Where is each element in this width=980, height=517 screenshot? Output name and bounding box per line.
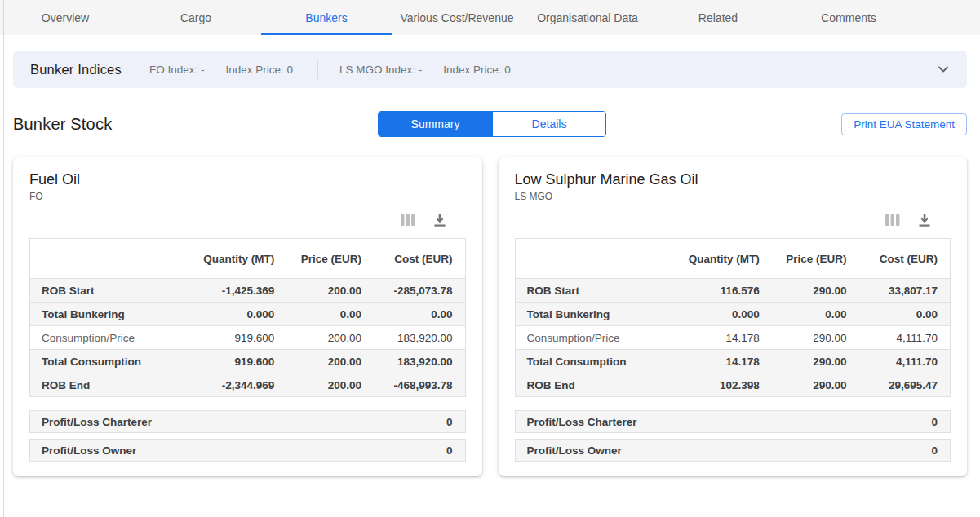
pl-label: Profit/Loss Owner	[527, 444, 622, 457]
row-qty: 116.576	[663, 279, 771, 303]
view-toggle: Summary Details	[378, 111, 606, 137]
row-cost: 0.00	[858, 303, 950, 326]
row-price: 290.00	[772, 279, 859, 303]
row-label: Consumption/Price	[515, 326, 663, 350]
lsmgo-index-price: Index Price: 0	[443, 64, 511, 76]
tab-bar: Overview Cargo Bunkers Various Cost/Reve…	[0, 0, 980, 35]
row-cost: 29,695.47	[858, 373, 950, 397]
bunker-cards-row: Fuel Oil FO Quantity (MT) Price (EUR) Co…	[13, 157, 967, 476]
row-label: Total Bunkering	[30, 303, 178, 326]
page-title: Bunker Stock	[13, 115, 112, 134]
row-label: Total Consumption	[30, 350, 178, 373]
row-label: Total Consumption	[515, 350, 663, 373]
pl-label: Profit/Loss Charterer	[527, 416, 637, 428]
tab-comments[interactable]: Comments	[783, 0, 914, 35]
row-price: 290.00	[772, 373, 859, 397]
row-qty: 0.000	[178, 303, 286, 326]
row-cost: -468,993.78	[374, 373, 465, 397]
row-label: ROB Start	[30, 279, 178, 303]
row-price: 200.00	[286, 373, 374, 397]
fo-index-value: FO Index: -	[149, 64, 205, 76]
table-row-consumption-price: Consumption/Price 14.178 290.00 4,111.70	[515, 326, 951, 350]
row-qty: 14.178	[663, 326, 771, 350]
row-label: Consumption/Price	[30, 326, 178, 350]
columns-icon[interactable]	[885, 214, 900, 227]
bunker-stock-header: Bunker Stock Summary Details Print EUA S…	[13, 110, 967, 138]
table-row-rob-start: ROB Start 116.576 290.00 33,807.17	[515, 279, 951, 303]
card-subtitle: FO	[29, 191, 466, 202]
row-price: 0.00	[286, 303, 374, 326]
row-cost: 4,111.70	[858, 350, 950, 373]
pl-value: 0	[931, 444, 938, 457]
row-cost: 4,111.70	[858, 326, 950, 350]
download-icon[interactable]	[918, 214, 931, 228]
row-qty: 919.600	[178, 326, 286, 350]
price-header: Price (EUR)	[286, 239, 374, 279]
profit-loss-owner-bar: Profit/Loss Owner 0	[515, 439, 951, 462]
table-row-rob-start: ROB Start -1,425.369 200.00 -285,073.78	[30, 279, 466, 303]
row-label: ROB End	[515, 373, 663, 397]
pl-value: 0	[446, 416, 453, 428]
row-cost: 183,920.00	[374, 326, 465, 350]
bunker-indices-title: Bunker Indices	[30, 62, 122, 77]
row-qty: 102.398	[663, 373, 771, 397]
quantity-header: Quantity (MT)	[178, 239, 286, 279]
pl-value: 0	[446, 444, 453, 457]
card-subtitle: LS MGO	[515, 191, 951, 202]
bunker-indices-bar[interactable]: Bunker Indices FO Index: - Index Price: …	[13, 51, 967, 88]
window-left-edge	[3, 0, 4, 517]
fuel-oil-card: Fuel Oil FO Quantity (MT) Price (EUR) Co…	[13, 157, 482, 476]
ls-mgo-table: Quantity (MT) Price (EUR) Cost (EUR) ROB…	[515, 238, 951, 397]
table-row-total-bunkering: Total Bunkering 0.000 0.00 0.00	[30, 303, 466, 326]
tab-various-cost-revenue[interactable]: Various Cost/Revenue	[392, 0, 522, 35]
quantity-header: Quantity (MT)	[663, 239, 771, 279]
row-cost: 0.00	[374, 303, 465, 326]
details-toggle-button[interactable]: Details	[492, 112, 605, 136]
row-price: 290.00	[772, 326, 859, 350]
print-eua-statement-button[interactable]: Print EUA Statement	[841, 113, 967, 135]
lsmgo-index-value: LS MGO Index: -	[339, 64, 422, 76]
pl-label: Profit/Loss Charterer	[42, 416, 152, 428]
row-cost: 183,920.00	[374, 350, 465, 373]
fo-index-price: Index Price: 0	[225, 64, 293, 76]
fuel-oil-table: Quantity (MT) Price (EUR) Cost (EUR) ROB…	[29, 238, 466, 397]
table-actions	[515, 212, 932, 228]
table-row-total-consumption: Total Consumption 14.178 290.00 4,111.70	[515, 350, 951, 373]
row-price: 200.00	[286, 350, 374, 373]
row-qty: -1,425.369	[178, 279, 286, 303]
table-header-row: Quantity (MT) Price (EUR) Cost (EUR)	[30, 239, 466, 279]
table-row-rob-end: ROB End -2,344.969 200.00 -468,993.78	[30, 373, 466, 397]
row-label: Total Bunkering	[515, 303, 663, 326]
summary-toggle-button[interactable]: Summary	[379, 112, 492, 136]
empty-header-cell	[30, 239, 178, 279]
pl-value: 0	[931, 416, 938, 428]
profit-loss-charterer-bar: Profit/Loss Charterer 0	[29, 410, 466, 433]
profit-loss-owner-bar: Profit/Loss Owner 0	[29, 439, 466, 462]
row-label: ROB End	[30, 373, 178, 397]
profit-loss-charterer-bar: Profit/Loss Charterer 0	[515, 410, 951, 433]
row-qty: 0.000	[663, 303, 771, 326]
price-header: Price (EUR)	[772, 239, 859, 279]
row-cost: -285,073.78	[374, 279, 465, 303]
card-title: Low Sulphur Marine Gas Oil	[515, 171, 951, 188]
download-icon[interactable]	[433, 214, 446, 228]
row-price: 0.00	[772, 303, 859, 326]
chevron-down-icon[interactable]	[937, 63, 950, 76]
row-qty: -2,344.969	[178, 373, 286, 397]
row-price: 290.00	[772, 350, 859, 373]
indices-divider	[317, 60, 318, 79]
tab-related[interactable]: Related	[653, 0, 783, 35]
tab-bunkers[interactable]: Bunkers	[261, 0, 392, 35]
row-cost: 33,807.17	[858, 279, 950, 303]
tab-cargo[interactable]: Cargo	[131, 0, 261, 35]
tab-organisational-data[interactable]: Organisational Data	[522, 0, 653, 35]
pl-label: Profit/Loss Owner	[42, 444, 136, 457]
tab-overview[interactable]: Overview	[0, 0, 131, 35]
table-row-rob-end: ROB End 102.398 290.00 29,695.47	[515, 373, 951, 397]
table-row-total-consumption: Total Consumption 919.600 200.00 183,920…	[30, 350, 466, 373]
cost-header: Cost (EUR)	[858, 239, 950, 279]
columns-icon[interactable]	[401, 214, 415, 227]
row-label: ROB Start	[515, 279, 663, 303]
table-row-consumption-price: Consumption/Price 919.600 200.00 183,920…	[30, 326, 466, 350]
ls-mgo-card: Low Sulphur Marine Gas Oil LS MGO Quanti…	[499, 157, 968, 476]
